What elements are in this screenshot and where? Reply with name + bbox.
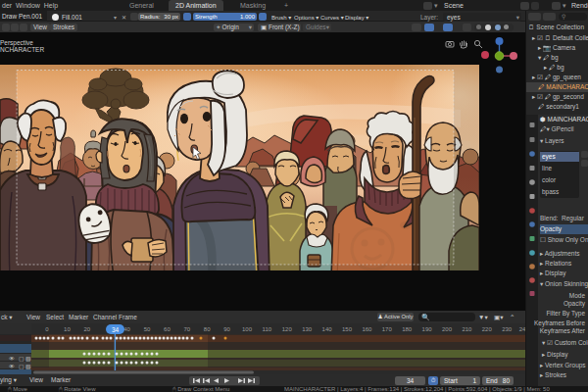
svg-text:200: 200 <box>442 326 453 332</box>
svg-text:220: 220 <box>482 326 493 332</box>
svg-text:150: 150 <box>342 326 353 332</box>
svg-text:160: 160 <box>362 326 372 332</box>
svg-text:110: 110 <box>263 326 272 332</box>
svg-text:▧: ▧ <box>25 356 31 362</box>
svg-text:▢: ▢ <box>19 356 24 362</box>
svg-text:20: 20 <box>83 326 90 332</box>
svg-text:170: 170 <box>382 326 393 332</box>
svg-text:90: 90 <box>223 326 230 332</box>
svg-text:50: 50 <box>144 326 151 332</box>
svg-text:120: 120 <box>282 326 293 332</box>
svg-text:180: 180 <box>402 326 413 332</box>
svg-text:👁: 👁 <box>9 356 15 362</box>
svg-text:24: 24 <box>519 326 525 332</box>
svg-text:100: 100 <box>242 326 253 332</box>
svg-text:▢: ▢ <box>19 364 24 369</box>
svg-text:210: 210 <box>462 326 472 332</box>
svg-text:👁: 👁 <box>9 364 15 369</box>
svg-text:130: 130 <box>302 326 313 332</box>
svg-text:80: 80 <box>204 326 211 332</box>
svg-text:34: 34 <box>112 326 120 333</box>
svg-text:10: 10 <box>64 326 71 332</box>
svg-text:40: 40 <box>123 326 130 332</box>
svg-text:▧: ▧ <box>25 364 31 369</box>
svg-text:230: 230 <box>502 326 513 332</box>
svg-text:70: 70 <box>183 326 190 332</box>
svg-text:60: 60 <box>164 326 171 332</box>
svg-text:190: 190 <box>422 326 433 332</box>
svg-text:140: 140 <box>322 326 333 332</box>
